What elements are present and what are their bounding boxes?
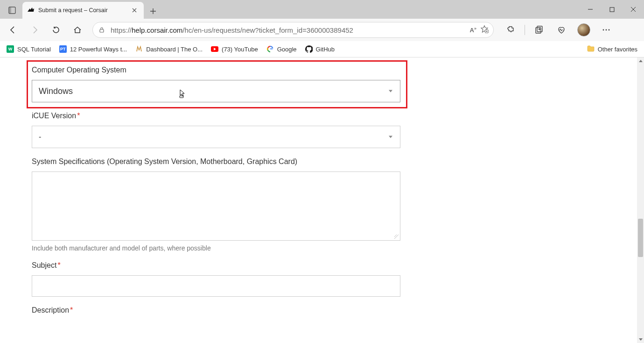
bookmark-label: (73) YouTube (222, 46, 258, 53)
bookmark-dashboard-odin[interactable]: Dashboard | The O... (135, 45, 203, 53)
icue-select[interactable]: - (32, 126, 400, 148)
chevron-down-icon (389, 90, 392, 93)
new-tab-button[interactable] (146, 4, 161, 19)
form-group-description: Description* (32, 306, 407, 314)
form-group-specs: System Specifications (Operating System … (32, 157, 407, 252)
form-group-subject: Subject* (32, 261, 407, 297)
forward-button[interactable] (25, 21, 44, 39)
subject-label: Subject* (32, 261, 407, 270)
read-aloud-icon[interactable]: A» (470, 26, 476, 34)
description-label-text: Description (32, 306, 69, 314)
window-minimize-button[interactable] (580, 0, 601, 19)
tab-close-button[interactable] (130, 6, 139, 15)
svg-rect-2 (9, 7, 11, 14)
favorite-star-icon[interactable] (480, 25, 489, 35)
icue-label-text: iCUE Version (32, 112, 76, 120)
tab-title: Submit a request – Corsair (38, 7, 126, 14)
scroll-up-button[interactable] (637, 57, 644, 64)
svg-rect-0 (610, 7, 614, 12)
window-maximize-button[interactable] (601, 0, 623, 19)
window-close-button[interactable] (623, 0, 644, 19)
refresh-button[interactable] (47, 21, 65, 39)
icue-label: iCUE Version* (32, 112, 407, 120)
bookmark-label: SQL Tutorial (17, 46, 51, 53)
form-group-icue: iCUE Version* - (32, 112, 407, 148)
bookmark-google[interactable]: Google (266, 45, 297, 53)
scrollbar-thumb[interactable] (638, 219, 643, 257)
window-controls (580, 0, 644, 19)
w3-icon: W (7, 45, 14, 53)
tab-row: Submit a request – Corsair (0, 0, 644, 19)
bookmark-github[interactable]: GitHub (305, 45, 335, 53)
bookmark-label: GitHub (316, 46, 335, 53)
bookmark-label: Dashboard | The O... (146, 46, 203, 53)
description-label: Description* (32, 306, 407, 314)
site-info-lock-icon[interactable] (98, 27, 106, 33)
specs-textarea[interactable] (32, 172, 400, 241)
tab-actions-button[interactable] (4, 2, 21, 19)
url-text: https://help.corsair.com/hc/en-us/reques… (111, 26, 465, 34)
toolbar-row: https://help.corsair.com/hc/en-us/reques… (0, 19, 644, 41)
toolbar-actions (502, 21, 615, 38)
svg-point-8 (606, 29, 607, 31)
scroll-down-button[interactable] (637, 336, 644, 343)
resize-handle-icon[interactable] (394, 235, 399, 239)
home-button[interactable] (68, 21, 87, 39)
svg-point-7 (603, 29, 604, 31)
address-bar-actions: A» (470, 25, 489, 35)
bookmark-sql-tutorial[interactable]: W SQL Tutorial (7, 45, 51, 53)
address-bar[interactable]: https://help.corsair.com/hc/en-us/reques… (92, 22, 494, 38)
vertical-scrollbar[interactable] (637, 57, 644, 343)
request-form: Computer Operating System Windows iCUE V… (0, 57, 407, 314)
url-path: /hc/en-us/requests/new?ticket_form_id=36… (182, 26, 353, 34)
url-scheme: https:// (111, 26, 132, 34)
other-favorites-label: Other favorites (598, 46, 637, 53)
bookmark-12-powerful[interactable]: PT 12 Powerful Ways t... (59, 45, 127, 53)
google-icon (266, 45, 274, 53)
browser-tab-active[interactable]: Submit a request – Corsair (22, 2, 144, 19)
subject-label-text: Subject (32, 261, 56, 269)
svg-rect-3 (100, 29, 104, 32)
bookmark-label: 12 Powerful Ways t... (70, 46, 127, 53)
required-star: * (57, 261, 60, 269)
bookmark-label: Google (277, 46, 297, 53)
svg-point-9 (609, 29, 610, 31)
browser-chrome: Submit a request – Corsair https://h (0, 0, 644, 57)
subject-input[interactable] (32, 275, 400, 297)
pt-icon: PT (59, 45, 67, 53)
bookmarks-bar: W SQL Tutorial PT 12 Powerful Ways t... … (0, 41, 644, 57)
extensions-icon[interactable] (502, 21, 519, 38)
bookmark-youtube[interactable]: (73) YouTube (211, 45, 258, 53)
youtube-icon (211, 45, 218, 53)
odin-icon (135, 45, 143, 53)
required-star: * (70, 306, 73, 314)
toolbar-divider (525, 25, 525, 35)
os-label: Computer Operating System (32, 66, 407, 74)
os-select-value: Windows (39, 86, 73, 96)
profile-avatar[interactable] (575, 21, 592, 38)
back-button[interactable] (4, 21, 22, 39)
required-star: * (77, 112, 80, 120)
health-icon[interactable] (553, 21, 570, 38)
avatar-icon (577, 23, 590, 36)
form-group-os: Computer Operating System Windows (32, 66, 407, 102)
os-select[interactable]: Windows (32, 80, 400, 102)
menu-button[interactable] (598, 21, 615, 38)
collections-icon[interactable] (531, 21, 547, 38)
url-host: help.corsair.com (132, 26, 182, 34)
page-content: Computer Operating System Windows iCUE V… (0, 57, 637, 343)
corsair-favicon-icon (27, 7, 35, 14)
chevron-down-icon (389, 136, 392, 138)
specs-helper-text: Include both manufacturer and model of p… (32, 244, 407, 252)
svg-rect-5 (536, 28, 541, 33)
icue-select-value: - (39, 133, 41, 141)
folder-icon (587, 45, 595, 53)
github-icon (305, 45, 313, 53)
other-favorites-button[interactable]: Other favorites (587, 45, 637, 53)
specs-label: System Specifications (Operating System … (32, 157, 407, 166)
